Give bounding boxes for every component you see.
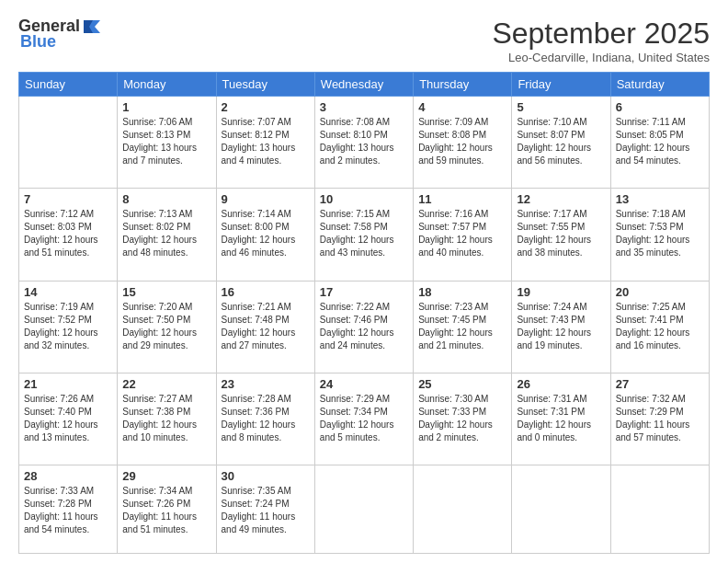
calendar-cell: 29Sunrise: 7:34 AM Sunset: 7:26 PM Dayli…	[118, 465, 216, 554]
calendar-cell: 10Sunrise: 7:15 AM Sunset: 7:58 PM Dayli…	[314, 189, 413, 281]
day-info: Sunrise: 7:31 AM Sunset: 7:31 PM Dayligh…	[517, 393, 605, 444]
location: Leo-Cedarville, Indiana, United States	[492, 51, 710, 64]
day-number: 12	[517, 192, 605, 206]
calendar-cell: 5Sunrise: 7:10 AM Sunset: 8:07 PM Daylig…	[512, 97, 610, 189]
calendar-cell	[19, 97, 118, 189]
calendar-cell: 20Sunrise: 7:25 AM Sunset: 7:41 PM Dayli…	[610, 281, 709, 373]
calendar-cell: 11Sunrise: 7:16 AM Sunset: 7:57 PM Dayli…	[414, 189, 512, 281]
day-info: Sunrise: 7:35 AM Sunset: 7:24 PM Dayligh…	[222, 485, 310, 536]
day-number: 10	[320, 192, 408, 206]
day-info: Sunrise: 7:10 AM Sunset: 8:07 PM Dayligh…	[517, 116, 605, 167]
day-info: Sunrise: 7:23 AM Sunset: 7:45 PM Dayligh…	[418, 301, 506, 352]
calendar-cell: 17Sunrise: 7:22 AM Sunset: 7:46 PM Dayli…	[314, 281, 413, 373]
day-number: 21	[24, 377, 112, 391]
day-info: Sunrise: 7:34 AM Sunset: 7:26 PM Dayligh…	[122, 485, 210, 536]
calendar-cell: 27Sunrise: 7:32 AM Sunset: 7:29 PM Dayli…	[610, 373, 709, 465]
calendar-cell: 19Sunrise: 7:24 AM Sunset: 7:43 PM Dayli…	[512, 281, 610, 373]
calendar-cell: 15Sunrise: 7:20 AM Sunset: 7:50 PM Dayli…	[118, 281, 216, 373]
day-info: Sunrise: 7:09 AM Sunset: 8:08 PM Dayligh…	[418, 116, 506, 167]
calendar-cell: 28Sunrise: 7:33 AM Sunset: 7:28 PM Dayli…	[19, 465, 118, 554]
day-info: Sunrise: 7:22 AM Sunset: 7:46 PM Dayligh…	[320, 301, 408, 352]
calendar-cell: 22Sunrise: 7:27 AM Sunset: 7:38 PM Dayli…	[118, 373, 216, 465]
day-number: 5	[517, 100, 605, 114]
header: General Blue September 2025 Leo-Cedarvil…	[18, 17, 710, 64]
day-number: 24	[320, 377, 408, 391]
day-number: 22	[122, 377, 210, 391]
day-number: 18	[418, 285, 506, 299]
day-number: 16	[222, 285, 310, 299]
day-info: Sunrise: 7:29 AM Sunset: 7:34 PM Dayligh…	[320, 393, 408, 444]
day-number: 6	[616, 100, 704, 114]
day-info: Sunrise: 7:16 AM Sunset: 7:57 PM Dayligh…	[418, 208, 506, 259]
calendar-cell: 25Sunrise: 7:30 AM Sunset: 7:33 PM Dayli…	[414, 373, 512, 465]
calendar-cell: 30Sunrise: 7:35 AM Sunset: 7:24 PM Dayli…	[216, 465, 314, 554]
day-number: 3	[320, 100, 408, 114]
day-number: 20	[616, 285, 704, 299]
day-number: 7	[24, 192, 112, 206]
day-info: Sunrise: 7:30 AM Sunset: 7:33 PM Dayligh…	[418, 393, 506, 444]
day-number: 23	[222, 377, 310, 391]
logo-flag-icon	[82, 18, 102, 35]
day-number: 25	[418, 377, 506, 391]
day-info: Sunrise: 7:08 AM Sunset: 8:10 PM Dayligh…	[320, 116, 408, 167]
logo: General Blue	[18, 17, 102, 52]
day-number: 8	[122, 192, 210, 206]
calendar-cell: 2Sunrise: 7:07 AM Sunset: 8:12 PM Daylig…	[216, 97, 314, 189]
day-info: Sunrise: 7:11 AM Sunset: 8:05 PM Dayligh…	[616, 116, 704, 167]
day-header-monday: Monday	[118, 73, 216, 97]
day-info: Sunrise: 7:26 AM Sunset: 7:40 PM Dayligh…	[24, 393, 112, 444]
day-number: 27	[616, 377, 704, 391]
day-number: 17	[320, 285, 408, 299]
day-number: 2	[222, 100, 310, 114]
logo-blue-text: Blue	[20, 32, 56, 52]
calendar-cell: 12Sunrise: 7:17 AM Sunset: 7:55 PM Dayli…	[512, 189, 610, 281]
calendar-cell: 23Sunrise: 7:28 AM Sunset: 7:36 PM Dayli…	[216, 373, 314, 465]
calendar-cell: 7Sunrise: 7:12 AM Sunset: 8:03 PM Daylig…	[19, 189, 118, 281]
day-header-saturday: Saturday	[610, 73, 709, 97]
calendar-cell	[512, 465, 610, 554]
day-header-wednesday: Wednesday	[314, 73, 413, 97]
calendar-cell: 13Sunrise: 7:18 AM Sunset: 7:53 PM Dayli…	[610, 189, 709, 281]
title-area: September 2025 Leo-Cedarville, Indiana, …	[492, 17, 710, 64]
day-info: Sunrise: 7:07 AM Sunset: 8:12 PM Dayligh…	[222, 116, 310, 167]
calendar-cell: 4Sunrise: 7:09 AM Sunset: 8:08 PM Daylig…	[414, 97, 512, 189]
day-info: Sunrise: 7:28 AM Sunset: 7:36 PM Dayligh…	[222, 393, 310, 444]
day-number: 30	[222, 469, 310, 483]
day-header-tuesday: Tuesday	[216, 73, 314, 97]
day-number: 29	[122, 469, 210, 483]
calendar-cell	[610, 465, 709, 554]
month-title: September 2025	[492, 17, 710, 51]
day-info: Sunrise: 7:13 AM Sunset: 8:02 PM Dayligh…	[122, 208, 210, 259]
day-info: Sunrise: 7:14 AM Sunset: 8:00 PM Dayligh…	[222, 208, 310, 259]
day-number: 1	[122, 100, 210, 114]
calendar-cell	[414, 465, 512, 554]
day-info: Sunrise: 7:27 AM Sunset: 7:38 PM Dayligh…	[122, 393, 210, 444]
day-info: Sunrise: 7:06 AM Sunset: 8:13 PM Dayligh…	[122, 116, 210, 167]
calendar-cell: 1Sunrise: 7:06 AM Sunset: 8:13 PM Daylig…	[118, 97, 216, 189]
day-info: Sunrise: 7:24 AM Sunset: 7:43 PM Dayligh…	[517, 301, 605, 352]
day-number: 28	[24, 469, 112, 483]
day-number: 11	[418, 192, 506, 206]
calendar-cell	[314, 465, 413, 554]
day-info: Sunrise: 7:33 AM Sunset: 7:28 PM Dayligh…	[24, 485, 112, 536]
calendar-cell: 8Sunrise: 7:13 AM Sunset: 8:02 PM Daylig…	[118, 189, 216, 281]
calendar-cell: 24Sunrise: 7:29 AM Sunset: 7:34 PM Dayli…	[314, 373, 413, 465]
day-number: 14	[24, 285, 112, 299]
calendar-cell: 9Sunrise: 7:14 AM Sunset: 8:00 PM Daylig…	[216, 189, 314, 281]
calendar-cell: 26Sunrise: 7:31 AM Sunset: 7:31 PM Dayli…	[512, 373, 610, 465]
day-number: 19	[517, 285, 605, 299]
calendar-cell: 3Sunrise: 7:08 AM Sunset: 8:10 PM Daylig…	[314, 97, 413, 189]
day-info: Sunrise: 7:19 AM Sunset: 7:52 PM Dayligh…	[24, 301, 112, 352]
day-info: Sunrise: 7:21 AM Sunset: 7:48 PM Dayligh…	[222, 301, 310, 352]
day-info: Sunrise: 7:15 AM Sunset: 7:58 PM Dayligh…	[320, 208, 408, 259]
day-info: Sunrise: 7:25 AM Sunset: 7:41 PM Dayligh…	[616, 301, 704, 352]
calendar-cell: 6Sunrise: 7:11 AM Sunset: 8:05 PM Daylig…	[610, 97, 709, 189]
day-number: 4	[418, 100, 506, 114]
day-info: Sunrise: 7:32 AM Sunset: 7:29 PM Dayligh…	[616, 393, 704, 444]
day-number: 9	[222, 192, 310, 206]
day-header-thursday: Thursday	[414, 73, 512, 97]
calendar-cell: 16Sunrise: 7:21 AM Sunset: 7:48 PM Dayli…	[216, 281, 314, 373]
day-number: 13	[616, 192, 704, 206]
calendar-cell: 21Sunrise: 7:26 AM Sunset: 7:40 PM Dayli…	[19, 373, 118, 465]
page: General Blue September 2025 Leo-Cedarvil…	[0, 0, 728, 563]
